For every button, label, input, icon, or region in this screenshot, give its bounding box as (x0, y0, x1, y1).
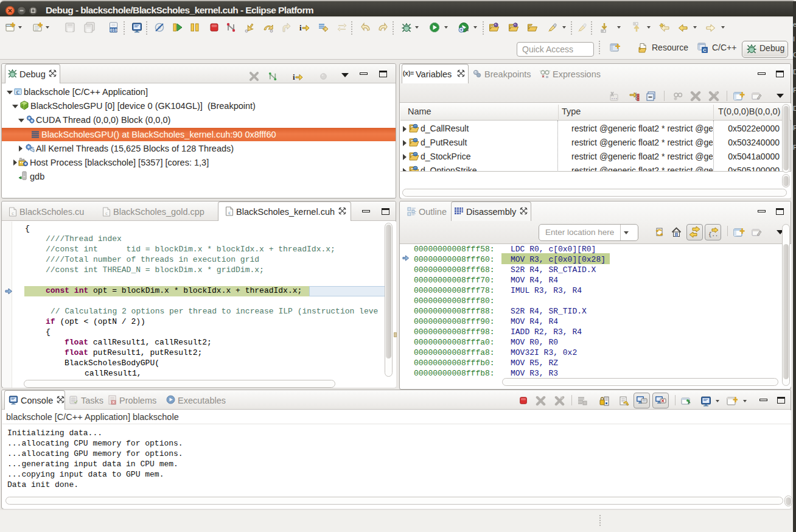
svg-text:P: P (793, 86, 796, 94)
svg-text:{..}: {..} (708, 232, 719, 238)
svg-text:c: c (105, 211, 108, 216)
svg-text:010: 010 (110, 28, 117, 32)
svg-text:C: C (16, 90, 19, 96)
svg-text:D: D (793, 68, 796, 75)
svg-text:c: c (12, 211, 14, 216)
svg-text:c: c (228, 210, 231, 215)
svg-text:e: e (793, 21, 796, 28)
svg-text:C: C (703, 47, 707, 53)
svg-text:P: P (793, 144, 796, 151)
svg-text:i: i (299, 23, 302, 32)
svg-text:P: P (793, 124, 796, 131)
svg-text:I: I (793, 35, 795, 43)
svg-text:D: D (793, 105, 796, 112)
svg-text:C: C (793, 51, 796, 58)
svg-text:i: i (293, 72, 295, 82)
